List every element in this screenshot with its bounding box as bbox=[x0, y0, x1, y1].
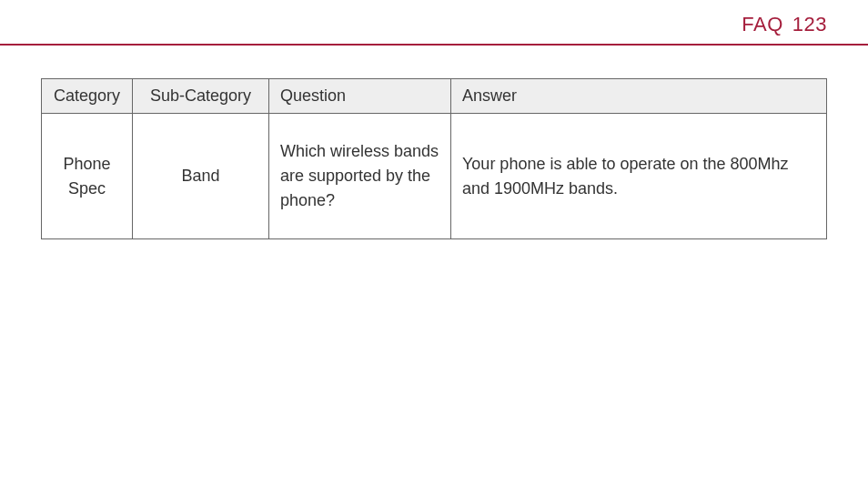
page-number: 123 bbox=[792, 13, 827, 36]
cell-category: Phone Spec bbox=[42, 114, 133, 239]
table-row: Phone Spec Band Which wireless bands are… bbox=[42, 114, 827, 239]
table-header-row: Category Sub-Category Question Answer bbox=[42, 79, 827, 114]
page-header: FAQ 123 bbox=[0, 0, 868, 46]
header-answer: Answer bbox=[451, 79, 827, 114]
header-category: Category bbox=[42, 79, 133, 114]
cell-answer: Your phone is able to operate on the 800… bbox=[451, 114, 827, 239]
faq-table: Category Sub-Category Question Answer Ph… bbox=[41, 78, 827, 239]
cell-question: Which wireless bands are supported by th… bbox=[269, 114, 451, 239]
cell-subcategory: Band bbox=[133, 114, 269, 239]
header-subcategory: Sub-Category bbox=[133, 79, 269, 114]
header-question: Question bbox=[269, 79, 451, 114]
page-content: Category Sub-Category Question Answer Ph… bbox=[0, 46, 868, 239]
page-title: FAQ bbox=[742, 13, 783, 36]
